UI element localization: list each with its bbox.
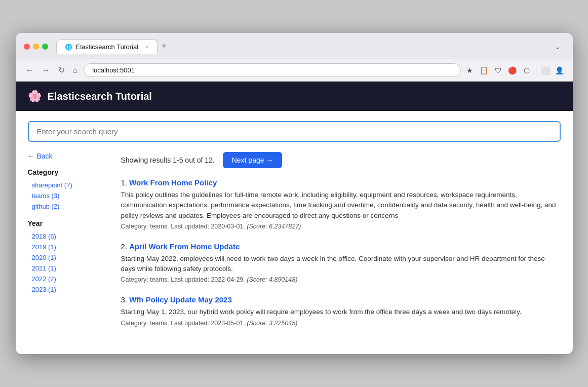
vpn-icon[interactable]: 🔴 <box>507 65 518 75</box>
filter-2019[interactable]: 2019 (1) <box>28 242 109 252</box>
tab-title: Elasticsearch Tutorial <box>76 43 139 51</box>
result-item-1: 1. Work From Home Policy This policy out… <box>121 178 561 230</box>
category-title: Category <box>28 168 109 176</box>
result-1-number-title: 1. Work From Home Policy <box>121 178 561 187</box>
category-section: Category sharepoint (7) teams (3) github… <box>28 168 109 211</box>
app-logo: 🌸 <box>28 90 42 103</box>
app-header: 🌸 Elasticsearch Tutorial <box>16 82 573 111</box>
title-bar: 🌐 Elasticsearch Tutorial × + ⌄ <box>16 33 573 59</box>
app-container: 🌸 Elasticsearch Tutorial ← Back Category… <box>16 82 573 354</box>
maximize-traffic-light[interactable] <box>42 44 48 50</box>
result-2-link[interactable]: April Work From Home Update <box>129 242 240 251</box>
tab-bar: 🌐 Elasticsearch Tutorial × + <box>56 39 551 54</box>
year-title: Year <box>28 219 109 227</box>
content-area: ← Back Category sharepoint (7) teams (3)… <box>28 152 561 339</box>
reload-button[interactable]: ↻ <box>56 64 67 76</box>
filter-2020[interactable]: 2020 (1) <box>28 253 109 262</box>
back-button[interactable]: ← <box>24 64 36 76</box>
back-link[interactable]: ← Back <box>28 152 109 160</box>
result-2-number: 2. <box>121 242 128 251</box>
result-1-link[interactable]: Work From Home Policy <box>129 178 217 187</box>
tab-favicon: 🌐 <box>65 44 72 51</box>
browser-window: 🌐 Elasticsearch Tutorial × + ⌄ ← → ↻ ⌂ ★… <box>16 33 573 354</box>
result-2-number-title: 2. April Work From Home Update <box>121 242 561 251</box>
filter-2018[interactable]: 2018 (6) <box>28 231 109 241</box>
address-input[interactable] <box>84 63 460 77</box>
result-1-number: 1. <box>121 178 128 187</box>
next-page-button[interactable]: Next page → <box>223 152 283 168</box>
active-tab[interactable]: 🌐 Elasticsearch Tutorial × <box>56 40 158 54</box>
search-input[interactable] <box>28 121 561 142</box>
filter-2023[interactable]: 2023 (1) <box>28 285 109 294</box>
year-section: Year 2018 (6) 2019 (1) 2020 (1) 2021 (1)… <box>28 219 109 294</box>
address-bar: ← → ↻ ⌂ ★ 📋 🛡 🔴 ⬡ ⬜ 👤 <box>16 59 573 82</box>
profile-icon[interactable]: 👤 <box>555 65 565 75</box>
divider <box>536 65 536 75</box>
result-3-number-title: 3. Wfh Policy Update May 2023 <box>121 295 561 304</box>
filter-github[interactable]: github (2) <box>28 202 109 211</box>
puzzle-icon[interactable]: ⬡ <box>522 65 532 75</box>
sidebar-toggle-icon[interactable]: ⬜ <box>540 65 551 75</box>
bookmark-icon[interactable]: ★ <box>465 65 475 75</box>
window-menu-button[interactable]: ⌄ <box>555 43 565 51</box>
result-3-number: 3. <box>121 295 128 304</box>
filter-teams[interactable]: teams (3) <box>28 191 109 201</box>
new-tab-button[interactable]: + <box>158 39 171 54</box>
shield-icon[interactable]: 🛡 <box>493 65 503 75</box>
result-item-3: 3. Wfh Policy Update May 2023 Starting M… <box>121 295 561 326</box>
minimize-traffic-light[interactable] <box>33 44 39 50</box>
result-item-2: 2. April Work From Home Update Starting … <box>121 242 561 284</box>
toolbar-icons: ★ 📋 🛡 🔴 ⬡ ⬜ 👤 <box>465 65 565 75</box>
app-title: Elasticsearch Tutorial <box>48 91 152 102</box>
main-results: Showing results 1-5 out of 12. Next page… <box>121 152 561 339</box>
result-1-meta: Category: teams. Last updated: 2020-03-0… <box>121 223 561 230</box>
filter-2021[interactable]: 2021 (1) <box>28 263 109 273</box>
results-count: Showing results 1-5 out of 12. <box>121 156 215 164</box>
sidebar: ← Back Category sharepoint (7) teams (3)… <box>28 152 109 339</box>
forward-button[interactable]: → <box>40 64 52 76</box>
result-2-meta: Category: teams. Last updated: 2022-04-2… <box>121 276 561 283</box>
result-1-description: This policy outlines the guidelines for … <box>121 190 561 221</box>
result-3-description: Starting May 1, 2023, our hybrid work po… <box>121 307 561 317</box>
result-2-description: Starting May 2022, employees will need t… <box>121 254 561 275</box>
app-body: ← Back Category sharepoint (7) teams (3)… <box>16 111 573 354</box>
traffic-lights <box>24 44 48 50</box>
results-header: Showing results 1-5 out of 12. Next page… <box>121 152 561 168</box>
filter-2022[interactable]: 2022 (2) <box>28 274 109 284</box>
home-button[interactable]: ⌂ <box>71 64 80 76</box>
result-3-link[interactable]: Wfh Policy Update May 2023 <box>129 295 232 304</box>
extensions-icon[interactable]: 📋 <box>479 65 489 75</box>
close-traffic-light[interactable] <box>24 44 30 50</box>
tab-close-button[interactable]: × <box>145 44 148 50</box>
result-3-meta: Category: teams. Last updated: 2023-05-0… <box>121 320 561 327</box>
filter-sharepoint[interactable]: sharepoint (7) <box>28 180 109 190</box>
